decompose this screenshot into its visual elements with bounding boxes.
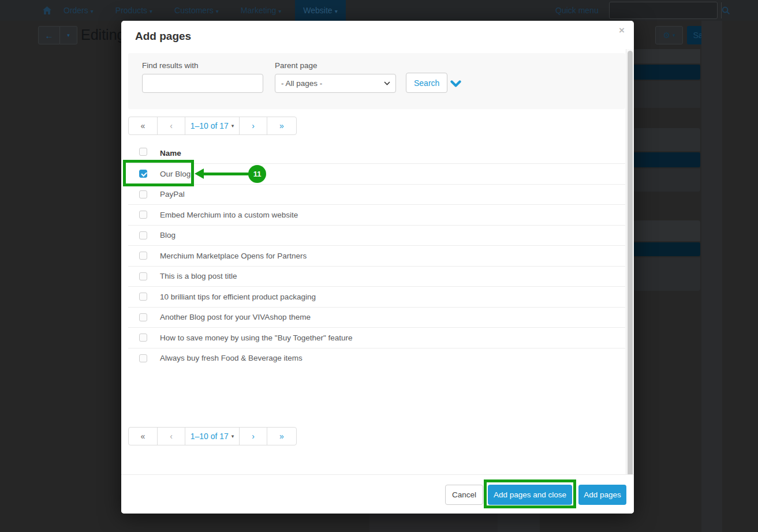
table-header-row: Name: [128, 144, 625, 163]
table-row[interactable]: Merchium Marketplace Opens for Partners: [128, 245, 625, 266]
nav-item-marketing[interactable]: Marketing▾: [233, 0, 290, 21]
table-row[interactable]: How to save money by using the "Buy Toge…: [128, 327, 625, 348]
pages-table: Our Blog PayPal Embed Merchium into a cu…: [128, 163, 625, 368]
table-row[interactable]: This is a blog post title: [128, 266, 625, 287]
page-name: Embed Merchium into a custom website: [160, 211, 298, 219]
chevron-down-icon: ▾: [231, 123, 234, 129]
table-row[interactable]: PayPal: [128, 184, 625, 205]
page-name: 10 brilliant tips for efficient product …: [160, 293, 316, 301]
find-results-input[interactable]: [142, 74, 263, 93]
name-column-header: Name: [160, 149, 181, 158]
find-results-label: Find results with: [142, 61, 199, 70]
page-name: Blog: [160, 231, 176, 239]
background-panel: [633, 168, 700, 192]
pagination-next-button[interactable]: ›: [240, 117, 267, 134]
back-button-group: ← ▾: [38, 26, 77, 44]
parent-page-select[interactable]: - All pages -: [275, 74, 396, 93]
annotation-arrow-head: [195, 168, 204, 179]
pagination-first-button[interactable]: «: [129, 117, 158, 134]
settings-gear-button[interactable]: ⚙▾: [655, 26, 683, 44]
modal-scrollbar-thumb[interactable]: [628, 51, 633, 480]
search-button[interactable]: Search: [406, 73, 447, 93]
highlight-box-selected-row: [123, 160, 194, 186]
row-checkbox[interactable]: [139, 313, 147, 321]
chevron-down-icon: [384, 81, 390, 85]
back-button[interactable]: ←: [38, 26, 60, 44]
modal-title: Add pages: [135, 30, 191, 43]
search-filter-panel: Find results with Parent page - All page…: [128, 53, 625, 109]
add-pages-button[interactable]: Add pages: [578, 485, 626, 505]
row-checkbox[interactable]: [139, 293, 147, 301]
row-checkbox[interactable]: [139, 211, 147, 219]
pagination-range-dropdown[interactable]: 1–10 of 17▾: [185, 428, 240, 445]
row-checkbox[interactable]: [139, 354, 147, 362]
background-panel: [701, 21, 722, 532]
pagination-prev-button[interactable]: ‹: [158, 428, 185, 445]
pagination-next-button[interactable]: ›: [240, 428, 267, 445]
table-row[interactable]: Blog: [128, 225, 625, 246]
add-pages-modal: Add pages × Find results with Parent pag…: [121, 21, 634, 514]
row-checkbox[interactable]: [139, 334, 147, 342]
pagination-bottom: « ‹ 1–10 of 17▾ › »: [128, 427, 297, 445]
row-checkbox[interactable]: [139, 231, 147, 239]
screenshot-stage: Orders▾ Products▾ Customers▾ Marketing▾ …: [0, 0, 758, 532]
highlight-box-add-pages-and-close: [484, 479, 576, 508]
row-checkbox[interactable]: [139, 190, 147, 198]
search-icon[interactable]: [721, 2, 730, 18]
quick-menu-link[interactable]: Quick menu: [555, 0, 599, 21]
background-panel: [633, 220, 700, 241]
page-name: This is a blog post title: [160, 272, 237, 280]
background-panel: [633, 81, 700, 108]
background-panel: [633, 152, 700, 167]
background-panel: [498, 514, 540, 532]
background-panel: [633, 49, 700, 63]
gear-icon: ⚙: [663, 31, 670, 40]
page-name: Merchium Marketplace Opens for Partners: [160, 252, 307, 260]
row-checkbox[interactable]: [139, 272, 147, 280]
page-title: Editing: [81, 27, 125, 43]
admin-search-input[interactable]: [610, 2, 721, 18]
pagination-last-button[interactable]: »: [267, 428, 296, 445]
background-panel: [633, 257, 700, 291]
pagination-last-button[interactable]: »: [267, 117, 296, 134]
page-name: PayPal: [160, 190, 185, 198]
chevron-down-icon: ▾: [231, 433, 234, 439]
annotation-arrow-line: [203, 173, 249, 175]
cancel-button[interactable]: Cancel: [445, 485, 483, 505]
nav-item-website[interactable]: Website▾: [295, 0, 345, 21]
page-name: Always buy fresh Food & Beverage items: [160, 354, 303, 362]
nav-item-orders[interactable]: Orders▾: [55, 0, 102, 21]
background-panel: [633, 65, 700, 80]
chevron-down-icon: ▾: [278, 8, 281, 14]
parent-page-label: Parent page: [275, 61, 318, 70]
modal-scrollbar-track[interactable]: [626, 49, 634, 500]
nav-item-customers[interactable]: Customers▾: [166, 0, 227, 21]
page-name: Another Blog post for your VIVAshop them…: [160, 313, 311, 321]
back-dropdown-button[interactable]: ▾: [60, 26, 77, 44]
chevron-down-icon: ▾: [91, 8, 94, 14]
table-row[interactable]: Another Blog post for your VIVAshop them…: [128, 307, 625, 328]
modal-header: Add pages ×: [121, 21, 634, 52]
admin-search-bar: [609, 2, 718, 19]
background-panel: [633, 242, 700, 256]
chevron-down-icon: ▾: [335, 8, 338, 14]
close-icon[interactable]: ×: [615, 24, 628, 37]
table-row[interactable]: 10 brilliant tips for efficient product …: [128, 286, 625, 307]
advanced-search-chevron-icon[interactable]: [450, 80, 461, 90]
chevron-down-icon: ▾: [150, 8, 152, 14]
home-icon[interactable]: [38, 0, 55, 21]
row-checkbox[interactable]: [139, 252, 147, 260]
top-nav-bar: Orders▾ Products▾ Customers▾ Marketing▾ …: [0, 0, 758, 21]
step-number-badge: 11: [248, 165, 266, 183]
chevron-down-icon: ▾: [673, 32, 675, 38]
table-row[interactable]: Always buy fresh Food & Beverage items: [128, 348, 625, 369]
pagination-first-button[interactable]: «: [129, 428, 158, 445]
page-name: How to save money by using the "Buy Toge…: [160, 334, 353, 342]
nav-item-products[interactable]: Products▾: [107, 0, 160, 21]
chevron-down-icon: ▾: [216, 8, 219, 14]
pagination-prev-button[interactable]: ‹: [158, 117, 185, 134]
select-all-checkbox[interactable]: [139, 148, 147, 156]
background-panel: [633, 128, 700, 151]
pagination-range-dropdown[interactable]: 1–10 of 17▾: [185, 117, 240, 134]
table-row[interactable]: Embed Merchium into a custom website: [128, 204, 625, 225]
